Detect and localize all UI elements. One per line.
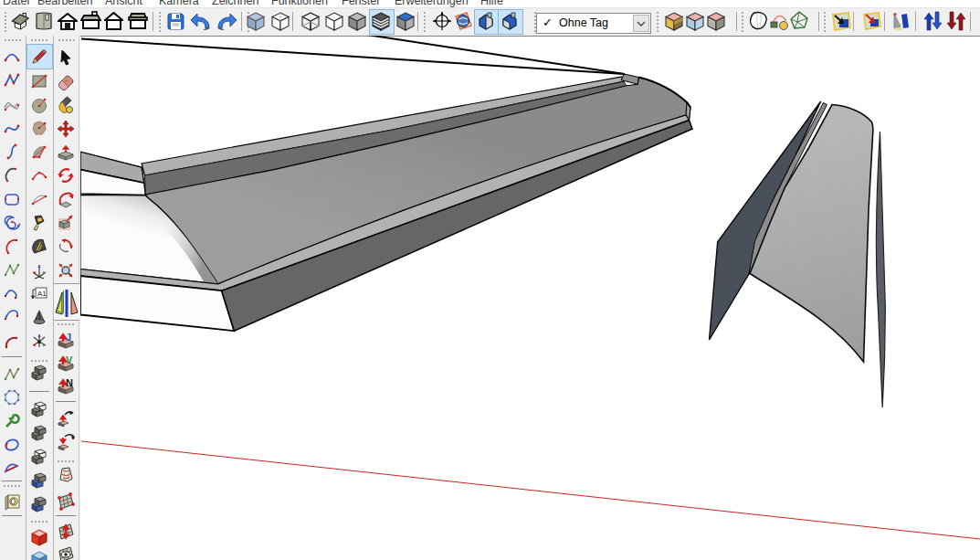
svg-text:A1: A1	[37, 290, 47, 298]
svg-text:V: V	[66, 354, 73, 365]
svg-text:J: J	[66, 332, 71, 343]
svg-text:N: N	[66, 377, 73, 388]
